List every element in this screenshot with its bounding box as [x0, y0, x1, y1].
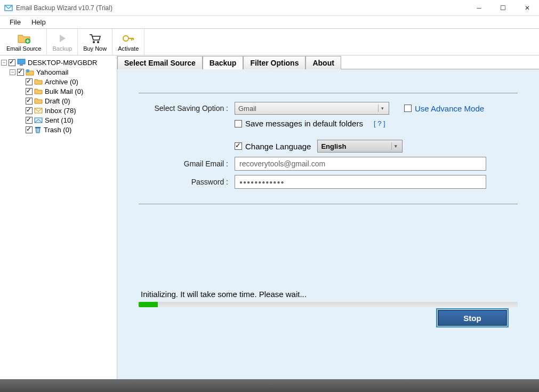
- checkbox[interactable]: [17, 69, 24, 76]
- tab-backup[interactable]: Backup: [203, 56, 244, 69]
- menu-help[interactable]: Help: [26, 17, 51, 28]
- svg-point-7: [26, 69, 29, 73]
- tree-folder[interactable]: Archive (0): [1, 77, 116, 86]
- checkbox[interactable]: [26, 126, 33, 133]
- trash-icon: [34, 126, 42, 133]
- tree-folder[interactable]: Trash (0): [1, 125, 116, 134]
- close-button[interactable]: ✕: [515, 0, 539, 16]
- window-title: Email Backup Wizard v10.7 (Trial): [16, 4, 467, 12]
- checkbox[interactable]: [26, 98, 33, 105]
- key-icon: [122, 33, 135, 44]
- cart-icon: [89, 33, 101, 44]
- tree-root[interactable]: − DESKTOP-M8VGBDR: [1, 58, 116, 67]
- minimize-button[interactable]: ─: [467, 0, 491, 16]
- tab-about[interactable]: About: [305, 56, 341, 69]
- tree-account-label: Yahoomail: [36, 68, 68, 76]
- saving-option-value: Gmail: [238, 105, 256, 113]
- svg-rect-10: [35, 127, 41, 128]
- folder-add-icon: [17, 33, 31, 44]
- checkbox[interactable]: [26, 78, 33, 85]
- change-language-label: Change Language: [245, 142, 311, 151]
- help-link[interactable]: [ ? ]: [374, 119, 385, 127]
- tree-folder-label: Draft (0): [45, 97, 70, 105]
- menubar: File Help: [0, 16, 539, 29]
- change-language-checkbox[interactable]: [235, 142, 242, 150]
- tree-folder-label: Sent (10): [45, 116, 73, 124]
- folder-icon: [34, 78, 43, 85]
- password-field[interactable]: [235, 175, 486, 189]
- saving-option-label: Select Saving Option :: [139, 104, 235, 113]
- globe-folder-icon: [26, 68, 34, 76]
- toolbar-backup-label: Backup: [52, 45, 72, 52]
- toolbar-backup: Backup: [47, 29, 78, 55]
- svg-rect-6: [20, 65, 23, 66]
- tree-root-label: DESKTOP-M8VGBDR: [28, 59, 98, 67]
- toolbar-email-source[interactable]: Email Source: [1, 29, 47, 55]
- tree-folder-label: Inbox (78): [45, 107, 76, 115]
- saving-option-select[interactable]: Gmail ▾: [235, 102, 389, 115]
- language-select[interactable]: English ▾: [317, 140, 403, 153]
- checkbox[interactable]: [26, 107, 33, 114]
- email-field[interactable]: [235, 157, 486, 171]
- titlebar: Email Backup Wizard v10.7 (Trial) ─ ☐ ✕: [0, 0, 539, 16]
- svg-rect-5: [18, 59, 25, 64]
- folder-icon: [34, 88, 43, 94]
- computer-icon: [17, 59, 26, 66]
- status-text: Initializing. It will take some time. Pl…: [139, 290, 518, 299]
- checkbox[interactable]: [9, 59, 15, 66]
- tab-filter-options[interactable]: Filter Options: [243, 56, 305, 69]
- advance-mode-label[interactable]: Use Advance Mode: [415, 104, 484, 113]
- collapse-icon[interactable]: −: [1, 60, 7, 66]
- play-icon: [57, 33, 68, 44]
- toolbar: Email Source Backup Buy Now Activate: [0, 29, 539, 55]
- tab-body-backup: Select Saving Option : Gmail ▾ Use Advan…: [117, 69, 539, 379]
- tree-folder-label: Bulk Mail (0): [45, 87, 83, 95]
- toolbar-activate-label: Activate: [118, 45, 139, 52]
- tree-folder[interactable]: Sent (10): [1, 115, 116, 125]
- folder-icon: [34, 98, 43, 104]
- toolbar-email-source-label: Email Source: [6, 45, 41, 52]
- sent-icon: [34, 117, 43, 123]
- toolbar-activate[interactable]: Activate: [112, 29, 144, 55]
- tab-bar: Select Email Source Backup Filter Option…: [117, 55, 539, 69]
- menu-file[interactable]: File: [4, 17, 26, 28]
- tree-folder[interactable]: Inbox (78): [1, 106, 116, 115]
- divider: [139, 93, 518, 93]
- collapse-icon[interactable]: −: [10, 69, 15, 75]
- tab-select-source[interactable]: Select Email Source: [117, 56, 203, 69]
- chevron-down-icon: ▾: [391, 142, 400, 150]
- tree-folder-label: Trash (0): [44, 126, 71, 134]
- checkbox[interactable]: [26, 88, 33, 95]
- progress-bar: [139, 302, 518, 307]
- progress-fill: [139, 302, 158, 307]
- svg-point-2: [93, 41, 95, 43]
- svg-point-4: [123, 36, 128, 41]
- toolbar-buy-now-label: Buy Now: [83, 45, 107, 52]
- tree-folder[interactable]: Bulk Mail (0): [1, 86, 116, 96]
- chevron-down-icon: ▾: [378, 105, 387, 112]
- email-label: Gmail Email :: [139, 159, 235, 168]
- tree-folder[interactable]: Draft (0): [1, 96, 116, 106]
- divider: [139, 204, 518, 204]
- inbox-icon: [34, 107, 43, 114]
- save-default-checkbox[interactable]: [235, 120, 242, 127]
- app-icon: [4, 4, 13, 12]
- folder-tree[interactable]: − DESKTOP-M8VGBDR − Yahoomail Archive (0…: [0, 55, 117, 379]
- maximize-button[interactable]: ☐: [491, 0, 515, 16]
- tree-folder-label: Archive (0): [45, 78, 78, 86]
- language-value: English: [321, 142, 346, 150]
- toolbar-buy-now[interactable]: Buy Now: [78, 29, 112, 55]
- content-area: Select Email Source Backup Filter Option…: [117, 55, 539, 379]
- password-label: Password :: [139, 178, 235, 186]
- stop-button[interactable]: Stop: [438, 310, 507, 326]
- statusbar: [0, 379, 539, 392]
- checkbox[interactable]: [26, 117, 33, 124]
- svg-point-3: [97, 41, 99, 43]
- save-default-label: Save messages in default folders: [245, 119, 363, 128]
- advance-mode-checkbox[interactable]: [404, 105, 412, 112]
- tree-account[interactable]: − Yahoomail: [1, 67, 116, 77]
